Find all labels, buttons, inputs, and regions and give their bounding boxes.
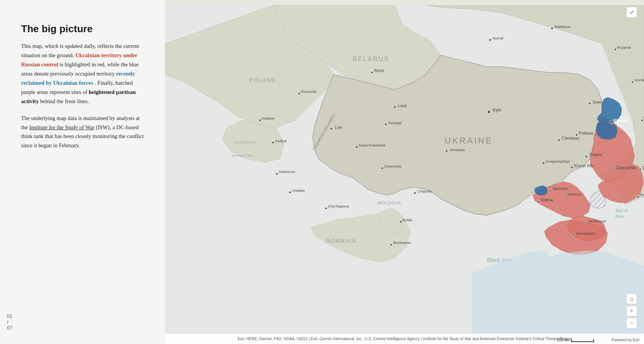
map-controls: ⌂ + − — [626, 293, 637, 329]
svg-point-34 — [537, 201, 539, 203]
svg-text:Bryansk: Bryansk — [617, 45, 631, 49]
svg-text:Kursk: Kursk — [635, 78, 644, 82]
attribution-text: Esri, HERE, Garmin, FAO, NOAA, USGS | Es… — [238, 337, 571, 341]
svg-point-30 — [549, 189, 552, 192]
svg-point-64 — [272, 142, 274, 144]
svg-text:Brăila: Brăila — [403, 218, 413, 222]
description2-paragraph: The underlying map data is maintained by… — [21, 114, 144, 151]
svg-text:Lutsk: Lutsk — [398, 104, 407, 108]
svg-text:Dnipro: Dnipro — [590, 152, 602, 157]
svg-text:Odesa: Odesa — [540, 198, 553, 202]
home-icon: ⌂ — [630, 295, 634, 302]
svg-point-38 — [572, 234, 575, 236]
svg-point-24 — [612, 168, 614, 171]
svg-point-32 — [564, 195, 566, 197]
slide-counter: 01 / 07 — [7, 313, 12, 331]
powered-by-text: Powered by Esri — [611, 338, 639, 342]
svg-text:Cherkasy: Cherkasy — [561, 136, 580, 140]
scale-bar: 200 km — [557, 338, 594, 342]
svg-text:Kherson: Kherson — [567, 192, 581, 196]
page-title: The big picture — [21, 23, 144, 35]
svg-point-22 — [585, 156, 588, 158]
svg-text:SLOVAKIA: SLOVAKIA — [234, 140, 256, 144]
home-button[interactable]: ⌂ — [626, 293, 637, 304]
svg-text:Sea of: Sea of — [615, 208, 628, 213]
attribution-bar: Esri, HERE, Garmin, FAO, NOAA, USGS | Es… — [165, 333, 644, 344]
svg-point-14 — [330, 128, 332, 130]
zoom-out-button[interactable]: − — [626, 318, 637, 329]
svg-point-26 — [639, 168, 641, 171]
slide-separator: / — [7, 319, 12, 325]
svg-point-16 — [588, 102, 591, 105]
desc-part4: behind the front lines. — [40, 98, 89, 104]
svg-text:Azov: Azov — [615, 214, 625, 219]
svg-text:Kryvyi Rih: Kryvyi Rih — [574, 163, 593, 168]
svg-text:Kharkiv: Kharkiv — [613, 118, 629, 123]
svg-text:Rzeszów: Rzeszów — [301, 89, 317, 94]
svg-text:Vinnytsia: Vinnytsia — [449, 148, 465, 152]
svg-point-78 — [631, 81, 634, 83]
svg-text:Kraków: Kraków — [262, 116, 275, 120]
svg-point-58 — [325, 207, 327, 209]
svg-text:Kropyvnytskyi: Kropyvnytskyi — [546, 159, 570, 163]
svg-point-60 — [289, 191, 291, 193]
svg-text:Donetsk: Donetsk — [642, 165, 644, 170]
svg-text:Simferopol: Simferopol — [588, 219, 606, 223]
svg-text:Lviv: Lviv — [335, 125, 342, 130]
svg-text:Bucharest: Bucharest — [393, 240, 411, 245]
svg-text:Oradea: Oradea — [292, 188, 305, 193]
svg-text:ROMANIA: ROMANIA — [326, 238, 356, 244]
svg-point-48 — [394, 106, 396, 108]
svg-text:Ivano-Frankivsk: Ivano-Frankivsk — [358, 143, 385, 147]
svg-point-62 — [276, 173, 278, 175]
svg-point-50 — [542, 162, 545, 165]
svg-point-12 — [609, 121, 612, 124]
slide-total: 07 — [7, 325, 12, 331]
svg-point-10 — [487, 110, 490, 114]
svg-point-74 — [551, 27, 553, 30]
svg-text:Zaporizhia: Zaporizhia — [616, 165, 636, 170]
svg-point-76 — [614, 48, 616, 51]
svg-text:UKRAINE: UKRAINE — [445, 136, 493, 145]
svg-point-28 — [571, 166, 573, 169]
svg-point-52 — [414, 192, 416, 194]
expand-button[interactable]: ⤢ — [626, 7, 637, 18]
svg-point-46 — [381, 167, 383, 170]
svg-text:BELARUS: BELARUS — [353, 56, 390, 62]
svg-text:Chernivtsi: Chernivtsi — [384, 164, 401, 168]
scale-label: 200 km — [557, 338, 570, 342]
slide-current: 01 — [7, 313, 12, 319]
svg-text:Ternopil: Ternopil — [388, 121, 401, 125]
svg-point-70 — [371, 71, 373, 74]
svg-text:Mykolaiv: Mykolaiv — [553, 186, 568, 191]
zoom-in-icon: + — [630, 308, 633, 314]
main-container: The big picture This map, which is updat… — [0, 0, 644, 344]
zoom-in-button[interactable]: + — [626, 306, 637, 316]
svg-text:Poltava: Poltava — [579, 131, 593, 135]
svg-text:Sevastopol: Sevastopol — [576, 231, 594, 235]
svg-point-36 — [585, 222, 587, 224]
left-panel: The big picture This map, which is updat… — [0, 0, 165, 344]
svg-text:Kyiv: Kyiv — [493, 107, 502, 113]
svg-text:Chișinău: Chișinău — [417, 189, 432, 193]
svg-text:Rostov-on-Don: Rostov-on-Don — [639, 193, 644, 197]
svg-point-40 — [385, 123, 387, 125]
svg-point-54 — [400, 221, 402, 223]
svg-text:Košice: Košice — [276, 139, 287, 143]
expand-icon: ⤢ — [629, 9, 634, 16]
zoom-out-icon: − — [630, 320, 633, 327]
svg-point-42 — [446, 150, 448, 152]
svg-point-20 — [558, 139, 560, 142]
svg-point-68 — [298, 92, 300, 95]
map-area[interactable]: Carpathian Mountains UKRAINE BELARUS POL… — [165, 0, 644, 344]
scale-line — [571, 339, 594, 342]
svg-text:Homel: Homel — [492, 36, 504, 40]
isw-link[interactable]: Institute for the Study of War — [29, 124, 94, 130]
svg-text:Debrecen: Debrecen — [279, 170, 296, 174]
svg-text:Cluj-Napoca: Cluj-Napoca — [328, 204, 349, 208]
svg-point-56 — [390, 244, 392, 246]
svg-text:HUNGARY: HUNGARY — [232, 153, 254, 158]
description-paragraph: This map, which is updated daily, reflec… — [21, 42, 144, 106]
svg-text:POLAND: POLAND — [249, 77, 276, 83]
svg-point-44 — [355, 146, 358, 148]
